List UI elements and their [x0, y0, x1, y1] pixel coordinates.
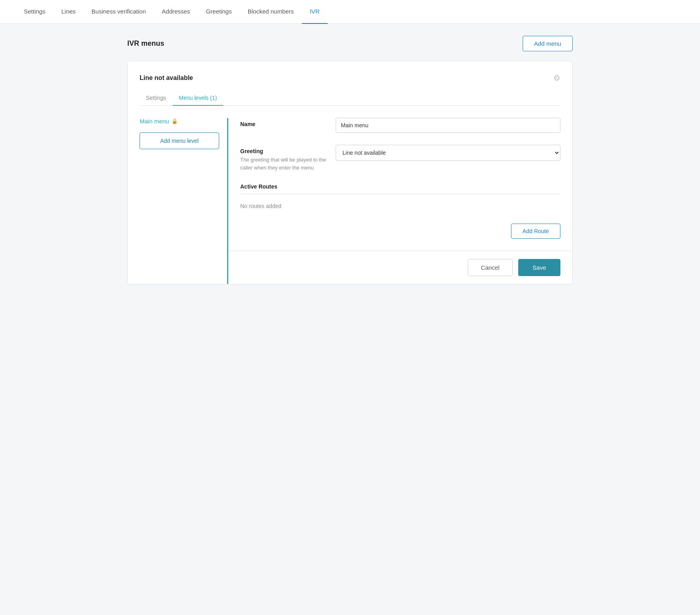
sub-tab-menu-levels[interactable]: Menu levels (1)	[173, 91, 224, 106]
greeting-sublabel: The greeting that will be played to the …	[240, 156, 336, 171]
name-row: Name	[240, 118, 560, 133]
name-control-col	[336, 118, 560, 133]
left-panel: Main menu 🔒 Add menu level	[140, 118, 227, 284]
main-menu-link[interactable]: Main menu 🔒	[140, 118, 219, 125]
greeting-label-col: Greeting The greeting that will be playe…	[240, 145, 336, 171]
add-menu-level-button[interactable]: Add menu level	[140, 132, 219, 149]
card-footer: Cancel Save	[240, 251, 560, 284]
right-panel: Name Greeting The greeting that will be …	[240, 118, 560, 284]
save-button[interactable]: Save	[518, 259, 560, 276]
name-label-col: Name	[240, 118, 336, 127]
no-routes-text: No routes added	[240, 199, 560, 216]
name-label: Name	[240, 121, 336, 127]
cancel-button[interactable]: Cancel	[468, 259, 513, 276]
gear-icon[interactable]: ⚙	[553, 73, 560, 83]
card-header: Line not available ⚙	[140, 73, 560, 83]
greeting-control-col: Line not available	[336, 145, 560, 161]
page-title: IVR menus	[127, 39, 164, 48]
vertical-divider	[227, 118, 228, 284]
main-content: IVR menus Add menu Line not available ⚙ …	[111, 24, 589, 296]
sub-tab-settings[interactable]: Settings	[140, 91, 173, 106]
routes-header: Active Routes	[240, 183, 560, 194]
tab-lines[interactable]: Lines	[53, 0, 84, 24]
routes-section: Active Routes No routes added	[240, 183, 560, 216]
add-route-row: Add Route	[240, 224, 560, 239]
add-menu-button[interactable]: Add menu	[523, 36, 573, 51]
tab-business-verification[interactable]: Business verification	[84, 0, 154, 24]
greeting-row: Greeting The greeting that will be playe…	[240, 145, 560, 171]
ivr-card: Line not available ⚙ Settings Menu level…	[127, 61, 573, 284]
lock-icon: 🔒	[171, 118, 178, 124]
tab-settings[interactable]: Settings	[16, 0, 53, 24]
tab-ivr[interactable]: IVR	[302, 0, 328, 24]
top-nav: Settings Lines Business verification Add…	[0, 0, 700, 24]
name-input[interactable]	[336, 118, 560, 133]
card-title: Line not available	[140, 74, 193, 82]
greeting-select[interactable]: Line not available	[336, 145, 560, 161]
content-area: Main menu 🔒 Add menu level Name	[140, 118, 560, 284]
greeting-label: Greeting	[240, 148, 336, 154]
add-route-button[interactable]: Add Route	[511, 224, 560, 239]
page-header: IVR menus Add menu	[127, 36, 573, 51]
tab-greetings[interactable]: Greetings	[198, 0, 240, 24]
tab-addresses[interactable]: Addresses	[154, 0, 198, 24]
tab-blocked-numbers[interactable]: Blocked numbers	[240, 0, 302, 24]
sub-tabs: Settings Menu levels (1)	[140, 91, 560, 106]
menu-link-text: Main menu	[140, 118, 169, 125]
